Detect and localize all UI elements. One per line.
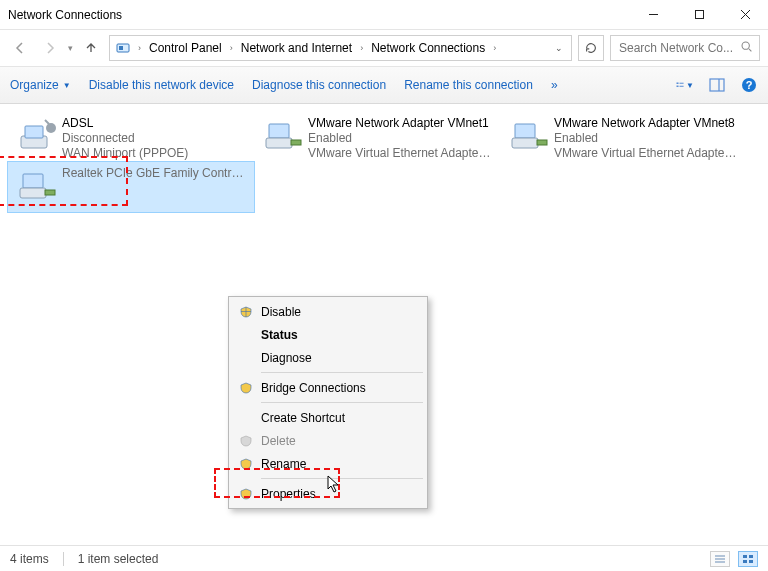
ctx-label: Create Shortcut bbox=[261, 411, 345, 425]
svg-rect-25 bbox=[537, 140, 547, 145]
crumb-sep-icon[interactable]: › bbox=[136, 43, 143, 53]
chevron-down-icon: ▼ bbox=[63, 81, 71, 90]
large-icons-view-button[interactable] bbox=[738, 551, 758, 567]
ctx-separator bbox=[261, 478, 423, 479]
connection-item-vmnet1[interactable]: VMware Network Adapter VMnet1 Enabled VM… bbox=[254, 112, 500, 162]
svg-rect-23 bbox=[515, 124, 535, 138]
minimize-button[interactable] bbox=[630, 0, 676, 30]
connection-device: WAN Miniport (PPPOE) bbox=[62, 146, 188, 161]
svg-point-6 bbox=[742, 42, 749, 49]
close-button[interactable] bbox=[722, 0, 768, 30]
address-dropdown-icon[interactable]: ⌄ bbox=[555, 43, 563, 53]
connection-name: ADSL bbox=[62, 116, 188, 131]
svg-rect-9 bbox=[677, 86, 679, 88]
ctx-rename[interactable]: Rename bbox=[231, 452, 425, 475]
crumb-sep-icon[interactable]: › bbox=[358, 43, 365, 53]
recent-locations-button[interactable]: ▾ bbox=[68, 43, 73, 53]
help-icon[interactable]: ? bbox=[740, 76, 758, 94]
svg-rect-5 bbox=[119, 46, 123, 50]
diagnose-connection-button[interactable]: Diagnose this connection bbox=[252, 78, 386, 92]
svg-point-18 bbox=[46, 123, 56, 133]
network-adapter-icon bbox=[506, 116, 554, 158]
svg-rect-22 bbox=[291, 140, 301, 145]
ctx-disable[interactable]: Disable bbox=[231, 300, 425, 323]
status-bar: 4 items 1 item selected bbox=[0, 545, 768, 571]
ctx-status[interactable]: Status bbox=[231, 323, 425, 346]
connection-item-adsl[interactable]: ADSL Disconnected WAN Miniport (PPPOE) bbox=[8, 112, 254, 162]
organize-button[interactable]: Organize▼ bbox=[10, 78, 71, 92]
window-controls bbox=[630, 0, 768, 30]
ctx-label: Properties bbox=[261, 487, 316, 501]
svg-rect-10 bbox=[680, 83, 684, 84]
svg-rect-1 bbox=[695, 11, 703, 19]
uac-shield-icon bbox=[239, 434, 253, 448]
svg-rect-17 bbox=[25, 126, 43, 138]
organize-label: Organize bbox=[10, 78, 59, 92]
disable-device-button[interactable]: Disable this network device bbox=[89, 78, 234, 92]
crumb-network-connections[interactable]: Network Connections bbox=[369, 41, 487, 55]
ctx-diagnose[interactable]: Diagnose bbox=[231, 346, 425, 369]
svg-rect-27 bbox=[20, 188, 46, 198]
crumb-network-internet[interactable]: Network and Internet bbox=[239, 41, 354, 55]
svg-text:?: ? bbox=[746, 79, 753, 91]
svg-line-19 bbox=[45, 120, 49, 124]
back-button[interactable] bbox=[8, 36, 32, 60]
search-icon bbox=[740, 40, 753, 56]
connection-item-vmnet8[interactable]: VMware Network Adapter VMnet8 Enabled VM… bbox=[500, 112, 746, 162]
dialup-icon bbox=[14, 116, 62, 158]
ctx-bridge[interactable]: Bridge Connections bbox=[231, 376, 425, 399]
address-row: ▾ › Control Panel › Network and Internet… bbox=[0, 30, 768, 66]
connection-list: ADSL Disconnected WAN Miniport (PPPOE) V… bbox=[8, 112, 760, 212]
window-title: Network Connections bbox=[8, 8, 122, 22]
address-bar[interactable]: › Control Panel › Network and Internet ›… bbox=[109, 35, 572, 61]
details-view-button[interactable] bbox=[710, 551, 730, 567]
forward-button[interactable] bbox=[38, 36, 62, 60]
uac-shield-icon bbox=[239, 457, 253, 471]
ctx-separator bbox=[261, 402, 423, 403]
view-options-icon[interactable]: ▼ bbox=[676, 76, 694, 94]
more-commands-button[interactable]: » bbox=[551, 78, 558, 92]
svg-rect-28 bbox=[45, 190, 55, 195]
uac-shield-icon bbox=[239, 487, 253, 501]
svg-rect-33 bbox=[749, 555, 753, 558]
preview-pane-icon[interactable] bbox=[708, 76, 726, 94]
connection-status: Enabled bbox=[308, 131, 494, 146]
uac-shield-icon bbox=[239, 381, 253, 395]
location-icon bbox=[114, 39, 132, 57]
ctx-create-shortcut[interactable]: Create Shortcut bbox=[231, 406, 425, 429]
crumb-sep-icon[interactable]: › bbox=[491, 43, 498, 53]
status-selection-count: 1 item selected bbox=[78, 552, 159, 566]
connection-status: Enabled bbox=[554, 131, 740, 146]
refresh-button[interactable] bbox=[578, 35, 604, 61]
command-bar: Organize▼ Disable this network device Di… bbox=[0, 66, 768, 104]
connection-name: VMware Network Adapter VMnet1 bbox=[308, 116, 494, 131]
ctx-separator bbox=[261, 372, 423, 373]
up-button[interactable] bbox=[79, 36, 103, 60]
context-menu: Disable Status Diagnose Bridge Connectio… bbox=[228, 296, 428, 509]
chevron-down-icon: ▼ bbox=[686, 81, 694, 90]
svg-rect-26 bbox=[23, 174, 43, 188]
rename-connection-button[interactable]: Rename this connection bbox=[404, 78, 533, 92]
svg-rect-24 bbox=[512, 138, 538, 148]
ctx-delete: Delete bbox=[231, 429, 425, 452]
network-adapter-icon bbox=[260, 116, 308, 158]
uac-shield-icon bbox=[239, 305, 253, 319]
search-box[interactable] bbox=[610, 35, 760, 61]
connection-item-ethernet[interactable]: Realtek PCIe GbE Family Controll... bbox=[8, 162, 254, 212]
svg-rect-20 bbox=[269, 124, 289, 138]
ctx-label: Disable bbox=[261, 305, 301, 319]
connection-device: VMware Virtual Ethernet Adapter ... bbox=[308, 146, 494, 161]
crumb-sep-icon[interactable]: › bbox=[228, 43, 235, 53]
maximize-button[interactable] bbox=[676, 0, 722, 30]
status-item-count: 4 items bbox=[10, 552, 49, 566]
svg-rect-11 bbox=[680, 86, 684, 87]
connection-device: VMware Virtual Ethernet Adapter ... bbox=[554, 146, 740, 161]
connection-status: Disconnected bbox=[62, 131, 188, 146]
title-bar: Network Connections bbox=[0, 0, 768, 30]
svg-rect-32 bbox=[743, 555, 747, 558]
svg-rect-8 bbox=[677, 82, 679, 84]
ctx-properties[interactable]: Properties bbox=[231, 482, 425, 505]
svg-rect-35 bbox=[749, 560, 753, 563]
crumb-control-panel[interactable]: Control Panel bbox=[147, 41, 224, 55]
search-input[interactable] bbox=[617, 40, 734, 56]
